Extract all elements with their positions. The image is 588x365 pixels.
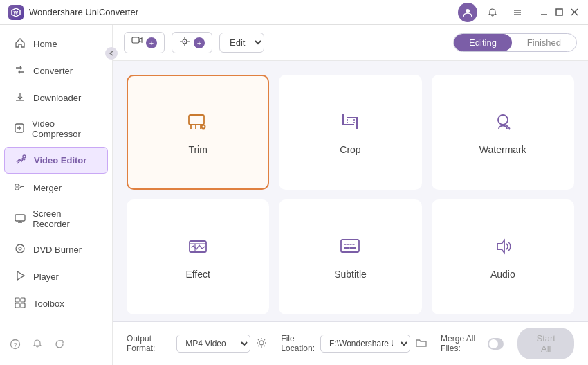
output-format-select[interactable]: MP4 Video	[176, 335, 250, 353]
sidebar-label-dvd-burner: DVD Burner	[33, 244, 82, 255]
merge-all-label: Merge All Files:	[441, 334, 482, 353]
sidebar-label-home: Home	[33, 39, 57, 49]
titlebar-icons	[458, 3, 580, 22]
toolbox-icon	[14, 297, 26, 310]
folder-icon[interactable]	[416, 337, 427, 350]
sidebar-label-downloader: Downloader	[33, 93, 81, 103]
sidebar-item-downloader[interactable]: Downloader	[4, 85, 108, 111]
sidebar-item-converter[interactable]: Converter	[4, 58, 108, 84]
effect-card[interactable]: Effect	[127, 199, 269, 314]
svg-rect-21	[21, 303, 25, 308]
format-settings-icon[interactable]	[256, 337, 267, 350]
merge-toggle-switch[interactable]	[488, 338, 504, 350]
svg-point-31	[498, 115, 508, 125]
sidebar-label-screen-recorder: Screen Recorder	[33, 208, 98, 229]
merge-all-field: Merge All Files:	[441, 334, 504, 353]
sidebar-item-video-compressor[interactable]: Video Compressor	[4, 112, 108, 145]
sidebar-item-video-editor[interactable]: Video Editor	[4, 147, 108, 174]
subtitle-label: Subtitle	[334, 269, 367, 280]
file-location-label: File Location:	[281, 334, 315, 353]
svg-point-37	[259, 341, 264, 345]
ai-enhance-button[interactable]: +	[172, 32, 212, 53]
screen-recorder-icon	[14, 213, 26, 226]
svg-rect-30	[347, 118, 354, 125]
user-icon[interactable]	[458, 3, 477, 22]
tab-finished[interactable]: Finished	[512, 34, 576, 51]
ai-icon	[179, 36, 190, 49]
refresh-icon[interactable]	[54, 339, 65, 353]
downloader-icon	[14, 91, 26, 105]
dvd-burner-icon	[14, 243, 26, 256]
collapse-sidebar-button[interactable]	[105, 47, 118, 60]
svg-rect-12	[15, 184, 19, 186]
trim-card[interactable]: Trim	[127, 75, 269, 190]
sidebar-item-toolbox[interactable]: Toolbox	[4, 291, 108, 317]
help-icon[interactable]: ?	[10, 339, 21, 353]
tab-editing[interactable]: Editing	[454, 34, 512, 51]
player-icon	[14, 270, 26, 283]
watermark-card[interactable]: Watermark	[432, 75, 574, 190]
sidebar-label-converter: Converter	[33, 66, 73, 76]
svg-rect-20	[15, 303, 19, 308]
svg-rect-27	[189, 115, 204, 125]
svg-rect-19	[21, 298, 25, 302]
crop-label: Crop	[340, 144, 360, 155]
svg-rect-18	[15, 298, 19, 302]
sidebar-label-merger: Merger	[33, 183, 62, 193]
notification-icon[interactable]	[483, 3, 502, 22]
maximize-button[interactable]	[553, 7, 564, 18]
file-location-select[interactable]: F:\Wondershare UniConverter	[320, 335, 410, 353]
sidebar-label-video-compressor: Video Compressor	[32, 118, 98, 139]
svg-point-29	[203, 126, 205, 128]
file-location-field: File Location: F:\Wondershare UniConvert…	[281, 334, 427, 353]
sidebar-item-player[interactable]: Player	[4, 264, 108, 290]
sidebar-label-player: Player	[33, 271, 59, 282]
tab-group: Editing Finished	[453, 33, 577, 52]
effect-label: Effect	[185, 269, 210, 280]
audio-card[interactable]: Audio	[432, 199, 574, 314]
sidebar-item-screen-recorder[interactable]: Screen Recorder	[4, 202, 108, 235]
editor-grid: Trim Crop	[113, 61, 588, 321]
minimize-button[interactable]	[538, 7, 549, 18]
watermark-label: Watermark	[479, 144, 526, 155]
app-title: Wondershare UniConverter	[29, 7, 458, 17]
svg-text:?: ?	[14, 341, 17, 348]
output-format-field: Output Format: MP4 Video	[127, 334, 267, 353]
sidebar-label-toolbox: Toolbox	[33, 299, 64, 309]
menu-icon[interactable]	[508, 3, 527, 22]
app-body: Home Converter Downloader	[0, 25, 588, 365]
svg-text:W: W	[14, 10, 19, 15]
close-button[interactable]	[569, 7, 580, 18]
svg-rect-14	[15, 215, 25, 221]
svg-rect-13	[15, 188, 19, 190]
start-all-button[interactable]: Start All	[517, 328, 574, 359]
converter-icon	[14, 64, 26, 78]
crop-icon	[338, 109, 362, 137]
add-video-icon	[131, 36, 143, 49]
edit-select[interactable]: Edit	[219, 33, 264, 53]
bottom-bar: Output Format: MP4 Video File Location: …	[113, 321, 588, 365]
subtitle-card[interactable]: Subtitle	[279, 199, 421, 314]
sidebar-item-merger[interactable]: Merger	[4, 175, 108, 201]
app-logo: W	[8, 5, 24, 20]
compressor-icon	[14, 123, 25, 136]
crop-card[interactable]: Crop	[279, 75, 421, 190]
svg-point-2	[466, 9, 470, 13]
sidebar: Home Converter Downloader	[0, 25, 113, 365]
add-plus-badge: +	[146, 37, 157, 48]
trim-label: Trim	[188, 144, 207, 155]
ai-plus-badge: +	[194, 37, 205, 48]
audio-icon	[490, 234, 515, 262]
sidebar-bottom: ?	[0, 332, 112, 359]
titlebar: W Wondershare UniConverter	[0, 0, 588, 25]
svg-point-16	[19, 247, 21, 250]
sidebar-label-video-editor: Video Editor	[34, 155, 86, 166]
subtitle-icon	[338, 234, 362, 262]
bell-icon[interactable]	[32, 339, 43, 353]
svg-point-26	[184, 41, 185, 42]
add-video-button[interactable]: +	[124, 32, 165, 53]
sidebar-item-home[interactable]: Home	[4, 31, 108, 57]
svg-rect-7	[556, 9, 562, 15]
sidebar-item-dvd-burner[interactable]: DVD Burner	[4, 237, 108, 262]
svg-point-15	[16, 244, 24, 253]
